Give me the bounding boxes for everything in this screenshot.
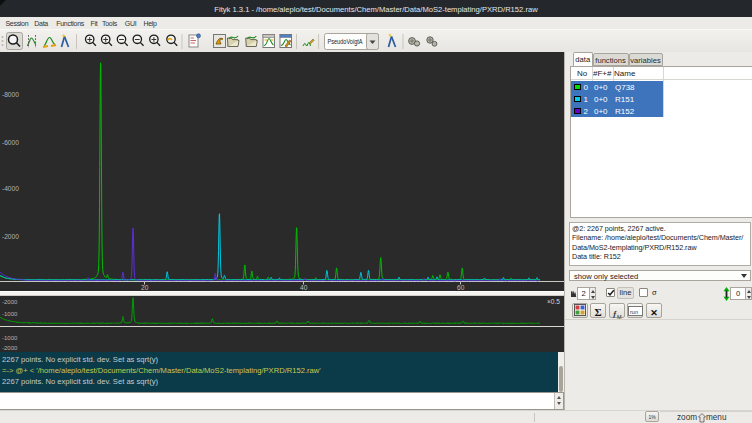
- svg-text:PseudoVoigtA: PseudoVoigtA: [328, 37, 363, 46]
- svg-text:-1000: -1000: [2, 311, 18, 317]
- svg-text:-2000: -2000: [2, 345, 18, 351]
- svg-text:-8000: -8000: [2, 91, 19, 98]
- svg-text:-6000: -6000: [2, 139, 19, 146]
- svg-text:60: 60: [457, 284, 465, 291]
- svg-text:×0.5: ×0.5: [547, 298, 560, 305]
- svg-text:-1000: -1000: [2, 335, 18, 341]
- svg-text:-4000: -4000: [2, 185, 19, 192]
- svg-text:-2000: -2000: [2, 299, 18, 305]
- svg-text:-2000: -2000: [2, 233, 19, 240]
- svg-text:40: 40: [300, 284, 308, 291]
- svg-text:20: 20: [141, 284, 149, 291]
- svg-text:run: run: [630, 308, 638, 314]
